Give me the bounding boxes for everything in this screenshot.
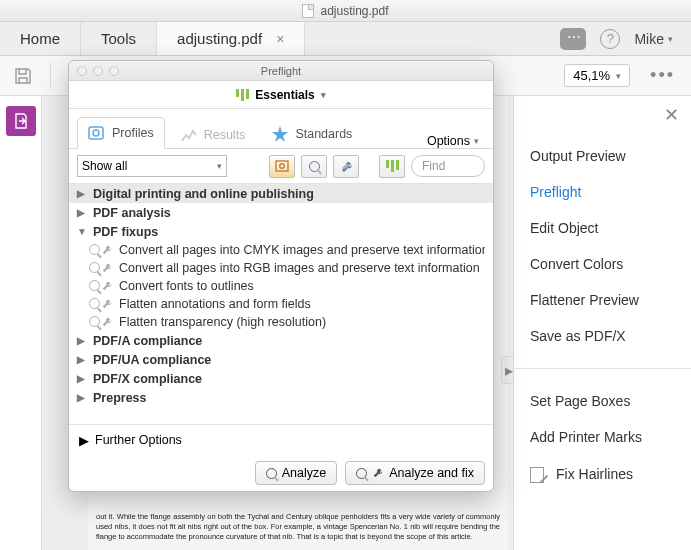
magnifier-icon [309, 161, 320, 172]
tab-standards-label: Standards [295, 127, 352, 141]
tool-convert-colors[interactable]: Convert Colors [530, 256, 675, 272]
tree-group[interactable]: ▶Digital printing and online publishing [69, 184, 493, 203]
chevron-down-icon: ▾ [217, 161, 222, 171]
preflight-dialog: Preflight Essentials ▾ Profiles Results … [68, 60, 494, 492]
preflight-titlebar[interactable]: Preflight [69, 61, 493, 81]
tree-fixup-item[interactable]: Flatten annotations and form fields [69, 295, 493, 313]
magnifier-icon [266, 468, 277, 479]
chevron-right-icon: ▶ [77, 354, 87, 365]
preflight-tab-profiles[interactable]: Profiles [77, 117, 165, 149]
preflight-tab-standards[interactable]: Standards [262, 118, 363, 149]
tool-edit-object[interactable]: Edit Object [530, 220, 675, 236]
filter-variables-icon[interactable] [379, 155, 405, 178]
tree-fixup-item[interactable]: Convert all pages into RGB images and pr… [69, 259, 493, 277]
close-panel-icon[interactable]: ✕ [664, 104, 679, 126]
svg-rect-0 [89, 127, 103, 139]
filter-checks-icon[interactable] [301, 155, 327, 178]
zoom-value: 45,1% [573, 68, 610, 83]
svg-rect-3 [276, 161, 288, 171]
preflight-title: Preflight [69, 65, 493, 77]
comment-icon[interactable] [560, 28, 586, 50]
tree-group-label: Digital printing and online publishing [93, 187, 314, 201]
export-pdf-icon[interactable] [6, 106, 36, 136]
tree-group[interactable]: ▶Prepress [69, 388, 493, 407]
svg-point-1 [93, 130, 99, 136]
tab-tools-label: Tools [101, 30, 136, 47]
bars-icon [236, 89, 249, 101]
zoom-select[interactable]: 45,1% ▾ [564, 64, 630, 87]
filter-profiles-icon[interactable] [269, 155, 295, 178]
document-text: out it. While the flange assembly on bot… [96, 512, 500, 542]
save-icon[interactable] [10, 63, 36, 89]
tools-list: Output Preview Preflight Edit Object Con… [514, 96, 691, 483]
bars-icon [386, 160, 399, 172]
find-placeholder: Find [422, 159, 445, 173]
fix-hairlines-icon [530, 465, 548, 483]
filter-select[interactable]: Show all ▾ [77, 155, 227, 177]
tool-set-page-boxes[interactable]: Set Page Boxes [530, 393, 675, 409]
profiles-icon [86, 124, 106, 142]
analyze-fix-button[interactable]: Analyze and fix [345, 461, 485, 485]
tab-results-label: Results [204, 128, 246, 142]
user-menu[interactable]: Mike ▾ [634, 31, 673, 47]
chevron-right-icon: ▶ [77, 207, 87, 218]
tab-profiles-label: Profiles [112, 126, 154, 140]
tree-fixup-label: Convert fonts to outlines [119, 279, 254, 293]
analyze-label: Analyze [282, 466, 326, 480]
further-options-toggle[interactable]: ▶ Further Options [69, 425, 493, 455]
tree-group-label: PDF/UA compliance [93, 353, 211, 367]
analyze-button[interactable]: Analyze [255, 461, 337, 485]
preflight-tab-results[interactable]: Results [171, 120, 257, 149]
tree-group[interactable]: ▼PDF fixups [69, 222, 493, 241]
tree-fixup-item[interactable]: Convert all pages into CMYK images and p… [69, 241, 493, 259]
document-icon [302, 4, 314, 18]
analyze-fix-label: Analyze and fix [389, 466, 474, 480]
wrench-icon [372, 467, 384, 479]
more-icon[interactable]: ••• [644, 65, 681, 86]
close-icon[interactable]: × [276, 31, 284, 47]
tree-group-label: Prepress [93, 391, 147, 405]
further-options-label: Further Options [95, 433, 182, 447]
chevron-right-icon: ▶ [79, 433, 89, 448]
tree-fixup-label: Flatten annotations and form fields [119, 297, 311, 311]
tool-preflight[interactable]: Preflight [530, 184, 675, 200]
tab-file-label: adjusting.pdf [177, 30, 262, 47]
tree-fixup-item[interactable]: Flatten transparency (high resolution) [69, 313, 493, 331]
tab-home[interactable]: Home [0, 22, 81, 55]
tool-output-preview[interactable]: Output Preview [530, 148, 675, 164]
tab-tools[interactable]: Tools [81, 22, 157, 55]
tree-group[interactable]: ▶PDF/X compliance [69, 369, 493, 388]
profile-tree[interactable]: ▶Digital printing and online publishing▶… [69, 183, 493, 425]
svg-marker-2 [272, 126, 288, 142]
left-rail [0, 96, 42, 550]
library-selector[interactable]: Essentials ▾ [225, 85, 336, 105]
tools-panel: ✕ Output Preview Preflight Edit Object C… [513, 96, 691, 550]
tree-group[interactable]: ▶PDF analysis [69, 203, 493, 222]
chevron-down-icon: ▼ [77, 226, 87, 237]
tool-fix-hairlines-label: Fix Hairlines [556, 466, 633, 482]
tab-file[interactable]: adjusting.pdf × [157, 22, 305, 55]
tree-group[interactable]: ▶PDF/A compliance [69, 331, 493, 350]
filter-fixups-icon[interactable] [333, 155, 359, 178]
tree-group-label: PDF/X compliance [93, 372, 202, 386]
chevron-right-icon: ▶ [77, 188, 87, 199]
tree-group[interactable]: ▶PDF/UA compliance [69, 350, 493, 369]
help-icon[interactable]: ? [600, 29, 620, 49]
tool-fix-hairlines[interactable]: Fix Hairlines [530, 465, 675, 483]
preflight-options-menu[interactable]: Options ▾ [427, 134, 485, 148]
tool-save-pdfx[interactable]: Save as PDF/X [530, 328, 675, 344]
chevron-down-icon: ▾ [474, 136, 479, 146]
tool-add-printer-marks[interactable]: Add Printer Marks [530, 429, 675, 445]
tab-home-label: Home [20, 30, 60, 47]
chevron-right-icon: ▶ [77, 373, 87, 384]
filter-value: Show all [82, 159, 127, 173]
tree-group-label: PDF analysis [93, 206, 171, 220]
tool-flattener-preview[interactable]: Flattener Preview [530, 292, 675, 308]
tree-group-label: PDF fixups [93, 225, 158, 239]
fixup-icon [89, 298, 113, 310]
app-tabstrip: Home Tools adjusting.pdf × ? Mike ▾ [0, 22, 691, 56]
tree-fixup-item[interactable]: Convert fonts to outlines [69, 277, 493, 295]
standards-icon [271, 125, 289, 143]
user-name: Mike [634, 31, 664, 47]
find-input[interactable]: Find [411, 155, 485, 177]
